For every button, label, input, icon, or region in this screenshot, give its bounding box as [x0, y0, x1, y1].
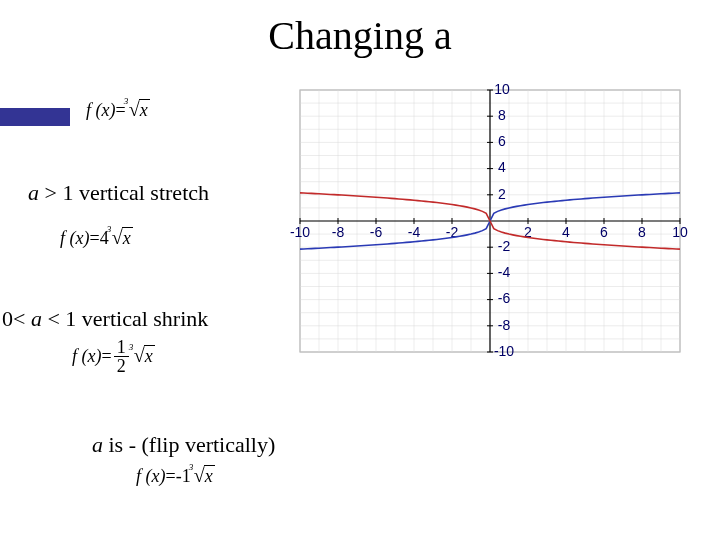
svg-text:4: 4 — [562, 224, 570, 240]
svg-text:-4: -4 — [498, 264, 511, 280]
formula-lhs: f (x) — [60, 228, 89, 249]
shrink-pre: 0< — [2, 306, 31, 331]
stretch-label: a > 1 vertical stretch — [28, 180, 209, 206]
cube-root-icon: 3 √x — [126, 100, 150, 121]
formula-base: f (x) = 3 √x — [86, 100, 150, 121]
chart: -10-8-6-4-2246810-10-8-6-4-2246810 — [270, 76, 710, 366]
cube-root-icon: 3 √x — [131, 346, 155, 367]
svg-text:-10: -10 — [494, 343, 514, 359]
cube-root-icon: 3 √x — [191, 466, 215, 487]
equals-sign: = — [165, 466, 175, 487]
formula-lhs: f (x) — [86, 100, 115, 121]
svg-text:8: 8 — [638, 224, 646, 240]
svg-text:-4: -4 — [408, 224, 421, 240]
svg-text:-8: -8 — [498, 317, 511, 333]
svg-text:-8: -8 — [332, 224, 345, 240]
svg-text:2: 2 — [498, 186, 506, 202]
svg-text:-10: -10 — [290, 224, 310, 240]
radical-sign: √ — [112, 226, 123, 248]
svg-text:4: 4 — [498, 159, 506, 175]
flip-text: is - (flip vertically) — [103, 432, 275, 457]
root-degree: 3 — [124, 96, 129, 106]
formula-lhs: f (x) — [136, 466, 165, 487]
radicand: x — [139, 99, 150, 120]
root-degree: 3 — [129, 342, 134, 352]
flip-label: a is - (flip vertically) — [92, 432, 275, 458]
svg-text:-2: -2 — [498, 238, 511, 254]
equals-sign: = — [89, 228, 99, 249]
svg-text:6: 6 — [498, 133, 506, 149]
shrink-post: < 1 vertical shrink — [42, 306, 208, 331]
equals-sign: = — [101, 346, 111, 367]
svg-text:-6: -6 — [498, 290, 511, 306]
svg-text:6: 6 — [600, 224, 608, 240]
svg-text:10: 10 — [494, 81, 510, 97]
svg-text:8: 8 — [498, 107, 506, 123]
svg-text:10: 10 — [672, 224, 688, 240]
formula-shrink: f (x) = 1 2 3 √x — [72, 338, 155, 375]
cube-root-icon: 3 √x — [109, 228, 133, 249]
root-degree: 3 — [107, 224, 112, 234]
fraction: 1 2 — [114, 338, 129, 375]
numerator: 1 — [114, 338, 129, 356]
radicand: x — [144, 345, 155, 366]
chart-svg: -10-8-6-4-2246810-10-8-6-4-2246810 — [270, 76, 710, 366]
shrink-label: 0< a < 1 vertical shrink — [2, 306, 208, 332]
stretch-text: > 1 vertical stretch — [39, 180, 209, 205]
radicand: x — [122, 227, 133, 248]
radicand: x — [204, 465, 215, 486]
accent-bar — [0, 108, 70, 126]
radical-sign: √ — [134, 344, 145, 366]
denominator: 2 — [114, 356, 129, 375]
stretch-a: a — [28, 180, 39, 205]
root-degree: 3 — [189, 462, 194, 472]
radical-sign: √ — [194, 464, 205, 486]
shrink-a: a — [31, 306, 42, 331]
radical-sign: √ — [129, 98, 140, 120]
svg-text:-6: -6 — [370, 224, 383, 240]
page-title: Changing a — [0, 12, 720, 59]
formula-stretch: f (x) = 4 3 √x — [60, 228, 133, 249]
formula-lhs: f (x) — [72, 346, 101, 367]
flip-a: a — [92, 432, 103, 457]
formula-flip: f (x) = -1 3 √x — [136, 466, 215, 487]
